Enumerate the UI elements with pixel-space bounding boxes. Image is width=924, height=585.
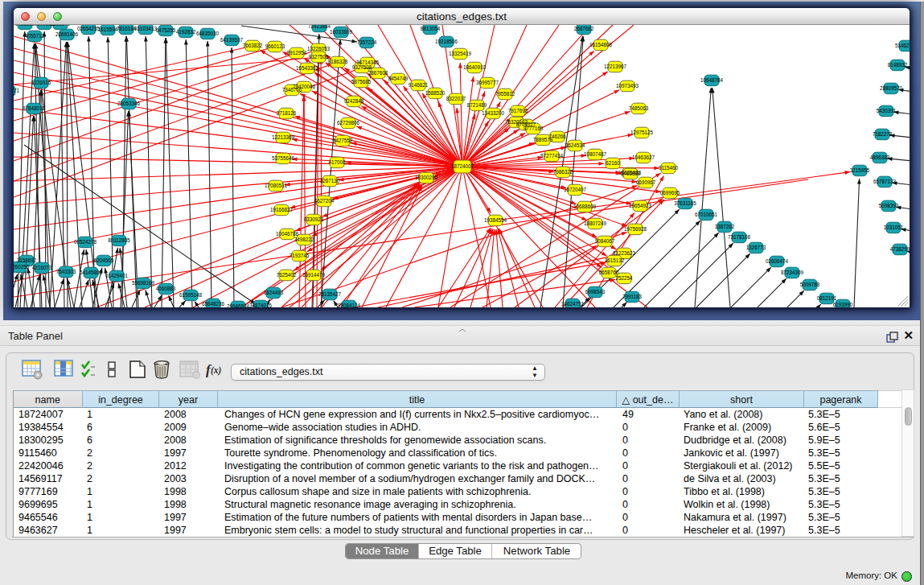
svg-text:0699695: 0699695 <box>660 190 680 196</box>
svg-text:0812191: 0812191 <box>817 295 837 301</box>
svg-text:17080531: 17080531 <box>265 183 288 188</box>
svg-text:12975125: 12975125 <box>630 130 654 135</box>
svg-text:3387262: 3387262 <box>715 224 735 229</box>
svg-text:55698169: 55698169 <box>132 280 155 286</box>
svg-text:2718126: 2718126 <box>277 110 297 116</box>
svg-text:6204505: 6204505 <box>94 257 114 263</box>
svg-text:9242848: 9242848 <box>344 98 364 104</box>
svg-text:8386379: 8386379 <box>51 25 71 27</box>
svg-text:80112805: 80112805 <box>108 237 130 243</box>
svg-text:18300295: 18300295 <box>415 175 438 180</box>
svg-text:13325419: 13325419 <box>449 51 472 56</box>
svg-text:4216073: 4216073 <box>32 265 52 270</box>
svg-text:8148932: 8148932 <box>888 62 908 68</box>
svg-text:4055712: 4055712 <box>25 33 45 39</box>
svg-text:00524278: 00524278 <box>74 239 97 245</box>
svg-text:10463627: 10463627 <box>632 154 655 160</box>
svg-text:5009788: 5009788 <box>800 282 820 287</box>
svg-text:97848018: 97848018 <box>23 105 46 111</box>
svg-text:4738299: 4738299 <box>890 246 910 252</box>
svg-text:9777169: 9777169 <box>524 126 544 131</box>
svg-text:0433218: 0433218 <box>15 25 35 27</box>
svg-text:19654923: 19654923 <box>629 203 652 208</box>
svg-text:8322037: 8322037 <box>446 96 466 101</box>
svg-text:28809570: 28809570 <box>880 85 903 91</box>
svg-text:34624751: 34624751 <box>561 301 585 307</box>
svg-text:36995777: 36995777 <box>476 80 499 85</box>
svg-text:1615132: 1615132 <box>605 257 625 263</box>
svg-text:9327505: 9327505 <box>309 54 329 60</box>
svg-text:0330923: 0330923 <box>304 216 324 222</box>
svg-text:1824493: 1824493 <box>264 290 284 295</box>
svg-text:5098393: 5098393 <box>879 203 899 208</box>
svg-text:6998543: 6998543 <box>585 289 606 295</box>
svg-text:8813054: 8813054 <box>421 26 441 31</box>
svg-text:01429401: 01429401 <box>105 273 129 278</box>
svg-text:25135427: 25135427 <box>318 291 342 297</box>
svg-text:12213369: 12213369 <box>272 134 295 140</box>
svg-text:7625402: 7625402 <box>277 272 297 278</box>
svg-text:9327508: 9327508 <box>352 64 372 70</box>
svg-text:16154808: 16154808 <box>589 42 613 47</box>
svg-text:5875685: 5875685 <box>351 79 372 84</box>
svg-text:37631165: 37631165 <box>674 200 696 206</box>
svg-text:81223623: 81223623 <box>613 250 636 256</box>
svg-text:18640910: 18640910 <box>463 64 487 70</box>
svg-text:61595148: 61595148 <box>179 292 203 298</box>
svg-text:9146821: 9146821 <box>409 82 429 88</box>
svg-text:20691406: 20691406 <box>55 31 79 37</box>
svg-text:19756928: 19756928 <box>624 226 647 232</box>
svg-text:87234309: 87234309 <box>781 270 804 275</box>
svg-text:7485063: 7485063 <box>629 105 649 111</box>
svg-text:19384554: 19384554 <box>484 217 507 223</box>
svg-text:10046788: 10046788 <box>276 231 299 237</box>
svg-text:9660123: 9660123 <box>265 43 285 49</box>
svg-text:4896383: 4896383 <box>870 154 890 160</box>
svg-text:96532871: 96532871 <box>14 88 19 93</box>
svg-text:1588520: 1588520 <box>425 90 446 96</box>
svg-text:16033809: 16033809 <box>330 29 353 35</box>
svg-text:72423884: 72423884 <box>308 25 331 29</box>
svg-text:02654235: 02654235 <box>77 26 101 31</box>
svg-text:15720407: 15720407 <box>564 187 587 192</box>
svg-text:64835030: 64835030 <box>196 31 220 36</box>
svg-text:62160: 62160 <box>606 160 620 166</box>
svg-text:5466889: 5466889 <box>621 171 641 176</box>
svg-text:1627204: 1627204 <box>314 198 335 204</box>
svg-text:62729806: 62729806 <box>337 120 360 126</box>
svg-text:6658760: 6658760 <box>599 270 619 275</box>
svg-text:7917693: 7917693 <box>508 108 528 113</box>
svg-text:746266: 746266 <box>548 134 566 139</box>
svg-text:16543362: 16543362 <box>296 65 319 71</box>
svg-text:7357224: 7357224 <box>357 39 377 45</box>
svg-text:87277434: 87277434 <box>540 153 564 159</box>
svg-text:252254: 252254 <box>615 275 633 281</box>
svg-text:3498222: 3498222 <box>294 237 314 242</box>
svg-text:2687682: 2687682 <box>574 26 594 31</box>
svg-text:7955812: 7955812 <box>495 91 515 97</box>
svg-text:02606474: 02606474 <box>766 258 789 264</box>
svg-text:3215955: 3215955 <box>850 167 870 173</box>
svg-text:8912954: 8912954 <box>287 50 307 56</box>
svg-text:6193990: 6193990 <box>833 302 853 307</box>
svg-text:3624534: 3624534 <box>565 142 585 148</box>
svg-text:51462704: 51462704 <box>895 43 910 48</box>
svg-text:18807249: 18807249 <box>584 220 607 226</box>
svg-text:1326773: 1326773 <box>746 245 766 250</box>
svg-text:10688609: 10688609 <box>573 204 597 209</box>
svg-text:1615594: 1615594 <box>98 27 118 32</box>
svg-text:8721489: 8721489 <box>467 102 487 108</box>
svg-text:7182278: 7182278 <box>873 131 893 137</box>
svg-text:34874016: 34874016 <box>249 303 273 307</box>
svg-text:65787133: 65787133 <box>873 179 897 184</box>
svg-text:6690967: 6690967 <box>636 179 656 185</box>
svg-text:5430391: 5430391 <box>877 108 897 113</box>
svg-text:23420046: 23420046 <box>293 84 316 89</box>
svg-text:9115460: 9115460 <box>659 165 679 171</box>
svg-text:10807487: 10807487 <box>584 151 607 157</box>
svg-text:13226053: 13226053 <box>307 46 331 51</box>
svg-text:8454749: 8454749 <box>388 76 409 81</box>
svg-text:10648784: 10648784 <box>700 77 724 83</box>
svg-text:7991183: 7991183 <box>622 294 643 299</box>
svg-text:6475255: 6475255 <box>156 27 176 33</box>
